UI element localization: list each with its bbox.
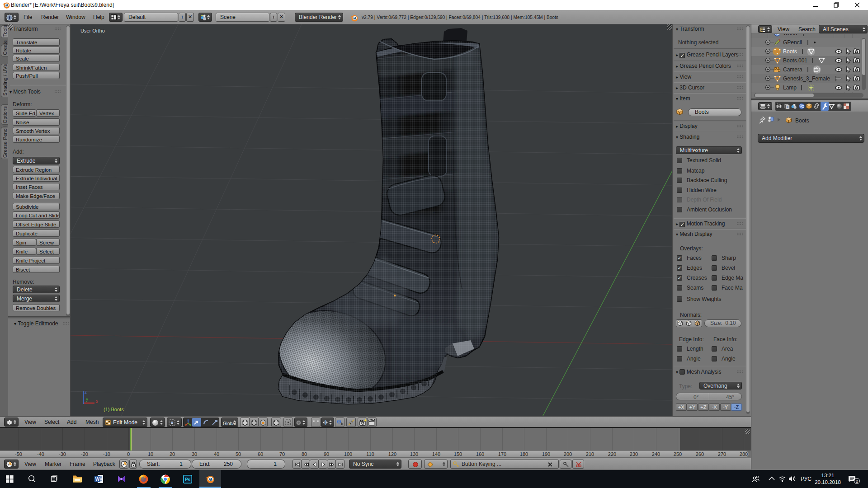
svg-text:W: W (95, 477, 100, 482)
svg-text:x: x (96, 399, 98, 404)
svg-text:i: i (9, 15, 10, 20)
svg-text:Ps: Ps (185, 477, 191, 482)
svg-text:z: z (85, 389, 87, 394)
svg-text:y: y (86, 397, 88, 402)
